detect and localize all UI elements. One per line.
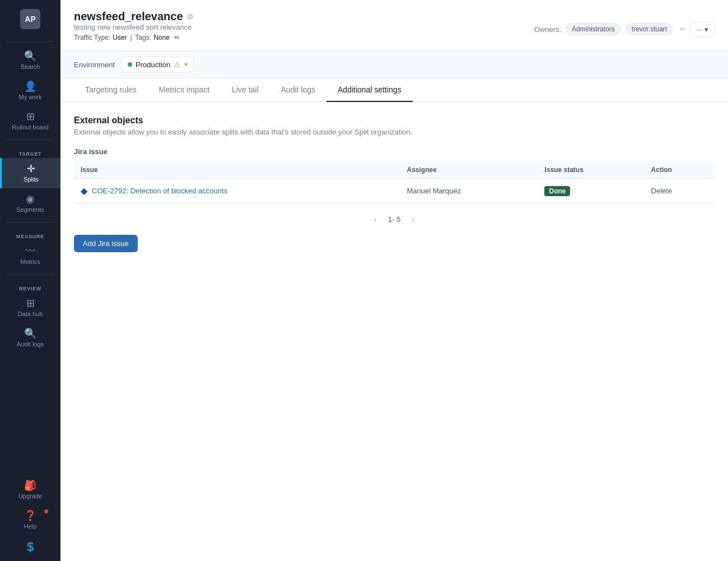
table-row: ◆ COE-2792: Detection of blocked account… <box>74 179 715 203</box>
sidebar-item-label: Metrics <box>20 258 40 265</box>
jira-issue-link[interactable]: COE-2792: Detection of blocked accounts <box>92 187 227 195</box>
page-header: newsfeed_relevance ⧉ testing new newsfee… <box>60 0 728 51</box>
sidebar-item-audit-logs[interactable]: 🔍 Audit logs <box>0 323 60 353</box>
sidebar-item-label: Help <box>24 523 37 530</box>
sidebar-item-rollout-board[interactable]: ⊞ Rollout board <box>0 106 60 136</box>
more-button[interactable]: ··· ▾ <box>690 22 715 37</box>
content-area: External objects External objects allow … <box>60 102 728 561</box>
tags-label: Tags: <box>136 34 152 41</box>
section-title: External objects <box>74 115 715 126</box>
owners-row: Owners: Administrators trevor.stuart ✏ <box>534 23 685 35</box>
tab-targeting-rules[interactable]: Targeting rules <box>74 78 148 102</box>
page-subtitle: testing new newsfeed sort relevance <box>74 23 193 31</box>
sidebar-item-splits[interactable]: ✛ Splits <box>0 158 60 188</box>
sidebar-divider-1 <box>6 140 54 140</box>
sidebar-item-label: Data hub <box>18 310 43 317</box>
environment-selector[interactable]: Production ⚠ ▾ <box>122 57 194 72</box>
section-description: External objects allow you to easily ass… <box>74 128 715 136</box>
pagination: ‹ 1- 5 › <box>74 212 715 226</box>
table-body: ◆ COE-2792: Detection of blocked account… <box>74 179 715 203</box>
environment-label: Environment <box>74 61 115 69</box>
sidebar-item-label: Rollout board <box>12 124 48 131</box>
data-hub-icon: ⊞ <box>26 298 35 308</box>
owners-edit-icon[interactable]: ✏ <box>680 25 685 33</box>
main-content: newsfeed_relevance ⧉ testing new newsfee… <box>60 0 728 561</box>
jira-table: Issue Assignee Issue status Action ◆ COE… <box>74 161 715 203</box>
tab-additional-settings[interactable]: Additional settings <box>326 78 413 102</box>
sidebar-item-label: My work <box>19 94 42 100</box>
copy-icon[interactable]: ⧉ <box>188 12 193 21</box>
sidebar-divider-2 <box>6 222 54 222</box>
sidebar-item-label: Upgrade <box>18 493 42 499</box>
table-header: Issue Assignee Issue status Action <box>74 161 715 179</box>
table-cell-issue: ◆ COE-2792: Detection of blocked account… <box>74 179 400 203</box>
tab-metrics-impact[interactable]: Metrics impact <box>148 78 221 102</box>
notification-dot <box>44 509 48 513</box>
metrics-icon: 〰 <box>25 246 35 256</box>
col-header-issue: Issue <box>74 161 400 179</box>
table-cell-action: Delete <box>645 179 715 203</box>
tags-edit-icon[interactable]: ✏ <box>174 34 180 41</box>
meta-separator: | <box>130 34 132 41</box>
delete-action[interactable]: Delete <box>651 187 673 195</box>
sidebar-item-my-work[interactable]: 👤 My work <box>0 76 60 106</box>
table-cell-status: Done <box>538 179 644 203</box>
pagination-prev-arrow[interactable]: ‹ <box>370 212 381 226</box>
environment-chevron-icon: ▾ <box>184 61 188 68</box>
dropdown-chevron-icon: ▾ <box>704 25 708 34</box>
sidebar-item-upgrade[interactable]: 🎒 Upgrade <box>0 475 60 505</box>
grid-icon: ⊞ <box>26 112 35 122</box>
owners-label: Owners: <box>534 25 561 34</box>
splits-icon: ✛ <box>27 164 35 174</box>
help-icon: ❓ <box>24 511 36 521</box>
tabs-bar: Targeting rules Metrics impact Live tail… <box>60 78 728 102</box>
sidebar-item-segments[interactable]: ◉ Segments <box>0 188 60 219</box>
add-jira-issue-button[interactable]: Add Jira issue <box>74 235 138 252</box>
tab-audit-logs[interactable]: Audit logs <box>270 78 326 102</box>
brand-logo: $ <box>27 540 34 554</box>
pagination-next-arrow[interactable]: › <box>407 212 419 226</box>
header-meta: Traffic Type: User | Tags: None ✏ <box>74 34 193 41</box>
measure-section-label: MEASURE <box>16 231 44 240</box>
environment-row: Environment Production ⚠ ▾ <box>60 51 728 78</box>
sidebar-divider-top <box>6 41 54 42</box>
sidebar-item-search[interactable]: 🔍 Search <box>0 45 60 76</box>
avatar[interactable]: AP <box>20 9 40 29</box>
tags-value: None <box>153 34 170 41</box>
upgrade-icon: 🎒 <box>24 480 36 490</box>
traffic-type-value: User <box>113 34 127 41</box>
status-badge: Done <box>544 186 570 196</box>
col-header-status: Issue status <box>538 161 644 179</box>
environment-status-dot <box>128 62 132 67</box>
person-icon: 👤 <box>24 81 36 91</box>
sidebar-divider-3 <box>6 274 54 275</box>
pagination-info: 1- 5 <box>388 215 400 224</box>
col-header-assignee: Assignee <box>400 161 538 179</box>
header-left: newsfeed_relevance ⧉ testing new newsfee… <box>74 10 193 48</box>
sidebar-item-label: Segments <box>16 206 44 213</box>
header-actions: Owners: Administrators trevor.stuart ✏ ·… <box>534 22 715 37</box>
title-row: newsfeed_relevance ⧉ <box>74 10 193 23</box>
table-cell-assignee: Manuel Marquez <box>400 179 538 203</box>
environment-warning-icon: ⚠ <box>174 60 181 69</box>
jira-icon: ◆ <box>81 186 87 196</box>
review-section-label: REVIEW <box>19 284 41 293</box>
owner-badge-administrators[interactable]: Administrators <box>566 23 621 35</box>
environment-value: Production <box>136 61 170 69</box>
sidebar-item-data-hub[interactable]: ⊞ Data hub <box>0 293 60 323</box>
page-title: newsfeed_relevance <box>74 10 183 23</box>
sidebar-item-metrics[interactable]: 〰 Metrics <box>0 240 60 271</box>
jira-issue-cell: ◆ COE-2792: Detection of blocked account… <box>81 186 393 196</box>
sidebar-item-label: Search <box>21 63 40 70</box>
segments-icon: ◉ <box>26 194 35 204</box>
traffic-type-label: Traffic Type: <box>74 34 110 41</box>
sidebar-bottom: 🎒 Upgrade ❓ Help $ <box>0 475 60 561</box>
target-section-label: TARGET <box>19 149 42 158</box>
tab-live-tail[interactable]: Live tail <box>221 78 269 102</box>
sidebar-item-help[interactable]: ❓ Help <box>0 505 60 535</box>
owner-badge-trevor[interactable]: trevor.stuart <box>626 23 673 35</box>
sidebar: AP 🔍 Search 👤 My work ⊞ Rollout board TA… <box>0 0 60 561</box>
sidebar-item-label: Splits <box>24 176 39 183</box>
jira-section-label: Jira issue <box>74 147 715 156</box>
col-header-action: Action <box>645 161 715 179</box>
